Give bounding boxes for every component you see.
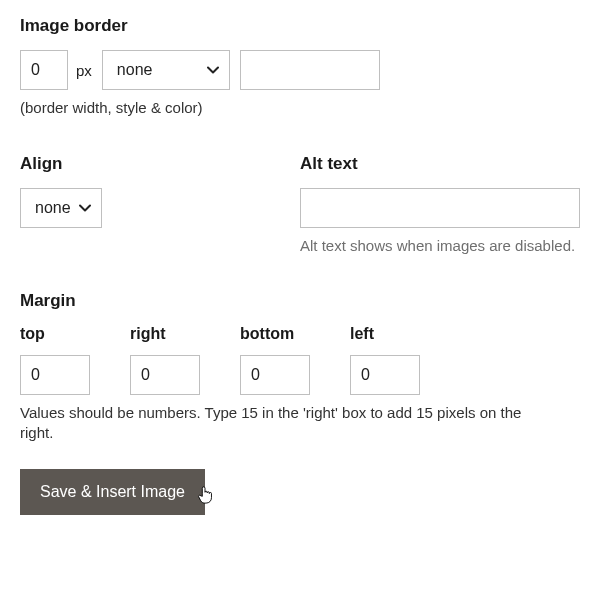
border-color-input[interactable] (240, 50, 380, 90)
align-select[interactable]: none (20, 188, 102, 228)
margin-title: Margin (20, 291, 580, 311)
alt-text-input[interactable] (300, 188, 580, 228)
chevron-down-icon (79, 202, 91, 214)
align-title: Align (20, 154, 288, 174)
alt-text-helper: Alt text shows when images are disabled. (300, 236, 580, 256)
save-insert-image-button[interactable]: Save & Insert Image (20, 469, 205, 515)
border-width-input[interactable] (20, 50, 68, 90)
border-style-select[interactable]: none (102, 50, 230, 90)
margin-left-input[interactable] (350, 355, 420, 395)
margin-right-input[interactable] (130, 355, 200, 395)
margin-helper-text: Values should be numbers. Type 15 in the… (20, 403, 540, 444)
margin-right-label: right (130, 325, 200, 343)
alt-text-title: Alt text (300, 154, 580, 174)
border-helper-text: (border width, style & color) (20, 98, 580, 118)
image-border-title: Image border (20, 16, 580, 36)
margin-left-label: left (350, 325, 420, 343)
chevron-down-icon (207, 64, 219, 76)
align-value: none (35, 199, 71, 217)
margin-bottom-input[interactable] (240, 355, 310, 395)
margin-top-input[interactable] (20, 355, 90, 395)
margin-top-label: top (20, 325, 90, 343)
margin-bottom-label: bottom (240, 325, 310, 343)
border-width-unit: px (76, 62, 92, 79)
image-border-row: px none (20, 50, 580, 90)
margin-labels-row: top right bottom left (20, 325, 580, 355)
border-style-value: none (117, 61, 153, 79)
